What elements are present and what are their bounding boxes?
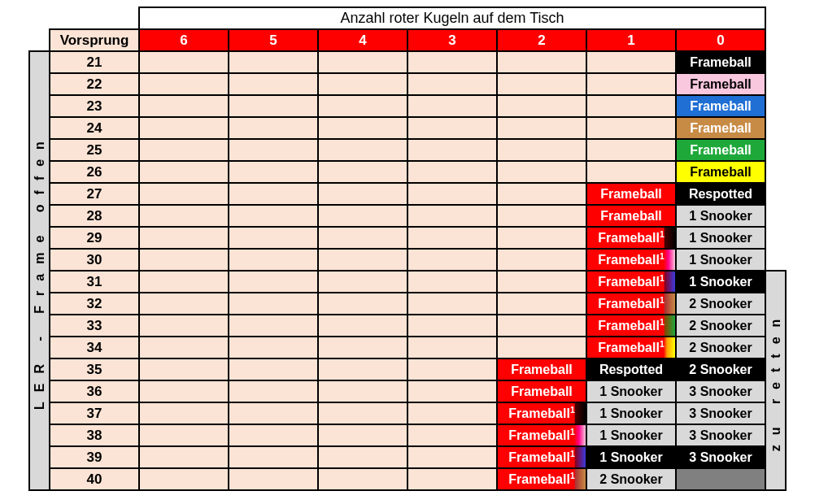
data-cell	[139, 293, 229, 315]
data-cell	[229, 468, 318, 490]
data-cell	[318, 293, 407, 315]
data-cell: 3 Snooker	[676, 424, 765, 446]
data-cell	[318, 468, 407, 490]
data-cell: Frameball	[497, 380, 586, 402]
data-cell	[586, 117, 676, 139]
data-cell: 1 Snooker	[676, 271, 765, 293]
data-cell	[497, 271, 586, 293]
table-row: 33Frameball12 Snooker	[8, 315, 797, 337]
lead-cell: 24	[50, 117, 139, 139]
data-cell	[407, 95, 497, 117]
col-header: 6	[139, 29, 229, 51]
lead-cell: 23	[50, 95, 139, 117]
table-row: 24Frameball	[8, 117, 797, 139]
data-cell: Frameball1	[586, 271, 676, 293]
lead-cell: 40	[50, 468, 139, 490]
data-cell	[318, 271, 407, 293]
data-cell	[676, 468, 765, 490]
data-cell	[407, 402, 497, 424]
data-cell	[229, 205, 318, 227]
data-cell	[318, 424, 407, 446]
lead-cell: 28	[50, 205, 139, 227]
table-title: Anzahl roter Kugeln auf dem Tisch	[139, 7, 765, 29]
table-row: 39Frameball11 Snooker3 Snooker	[8, 446, 797, 468]
data-cell	[139, 249, 229, 271]
data-cell	[497, 95, 586, 117]
data-cell	[229, 117, 318, 139]
data-cell: Frameball	[586, 183, 676, 205]
data-cell	[318, 139, 407, 161]
data-cell: 2 Snooker	[676, 293, 765, 315]
data-cell	[139, 205, 229, 227]
data-cell: Frameball	[497, 358, 586, 380]
data-cell	[139, 51, 229, 73]
data-cell	[229, 161, 318, 183]
data-cell	[318, 358, 407, 380]
data-cell: Frameball1	[497, 468, 586, 490]
data-cell: Frameball	[676, 117, 765, 139]
lead-cell: 21	[50, 51, 139, 73]
data-cell	[139, 161, 229, 183]
data-cell: Frameball1	[586, 337, 676, 358]
data-cell	[407, 424, 497, 446]
data-cell	[229, 183, 318, 205]
data-cell	[139, 446, 229, 468]
data-cell: Frameball	[676, 95, 765, 117]
data-cell	[229, 315, 318, 337]
table-row: 38Frameball11 Snooker3 Snooker	[8, 424, 797, 446]
col-header: 4	[318, 29, 407, 51]
data-cell	[497, 293, 586, 315]
data-cell: 1 Snooker	[676, 249, 765, 271]
data-cell	[139, 468, 229, 490]
data-cell	[407, 446, 497, 468]
data-cell	[407, 117, 497, 139]
data-cell	[407, 358, 497, 380]
data-cell	[407, 73, 497, 95]
data-cell	[497, 183, 586, 205]
data-cell	[497, 139, 586, 161]
lead-cell: 38	[50, 424, 139, 446]
data-cell	[139, 73, 229, 95]
table-row: 25Frameball	[8, 139, 797, 161]
data-cell	[497, 205, 586, 227]
data-cell	[318, 73, 407, 95]
data-cell: Frameball1	[497, 402, 586, 424]
table-row: 22Frameball	[8, 73, 797, 95]
data-cell	[407, 271, 497, 293]
data-cell	[229, 424, 318, 446]
data-cell: Frameball1	[497, 424, 586, 446]
data-cell: 1 Snooker	[676, 227, 765, 249]
col-header: 0	[676, 29, 765, 51]
data-cell	[586, 73, 676, 95]
data-cell	[586, 95, 676, 117]
data-cell	[229, 446, 318, 468]
lead-cell: 27	[50, 183, 139, 205]
data-cell: 1 Snooker	[586, 402, 676, 424]
data-cell	[407, 51, 497, 73]
data-cell	[229, 139, 318, 161]
data-cell	[318, 161, 407, 183]
table-row: 30Frameball11 Snooker	[8, 249, 797, 271]
data-cell	[229, 51, 318, 73]
table-row: 28Frameball1 Snooker	[8, 205, 797, 227]
data-cell	[139, 424, 229, 446]
data-cell	[318, 446, 407, 468]
lead-header: Vorsprung	[50, 29, 139, 51]
data-cell	[229, 249, 318, 271]
col-header: 5	[229, 29, 318, 51]
data-cell	[139, 271, 229, 293]
lead-cell: 26	[50, 161, 139, 183]
data-cell: 2 Snooker	[676, 358, 765, 380]
data-cell	[229, 271, 318, 293]
data-cell: Frameball1	[586, 249, 676, 271]
data-cell	[407, 183, 497, 205]
data-cell	[586, 51, 676, 73]
data-cell: 1 Snooker	[586, 380, 676, 402]
data-cell: 3 Snooker	[676, 446, 765, 468]
lead-cell: 39	[50, 446, 139, 468]
data-cell	[229, 358, 318, 380]
data-cell	[318, 205, 407, 227]
lead-cell: 31	[50, 271, 139, 293]
table-row: 32Frameball12 Snooker	[8, 293, 797, 315]
data-cell	[139, 358, 229, 380]
